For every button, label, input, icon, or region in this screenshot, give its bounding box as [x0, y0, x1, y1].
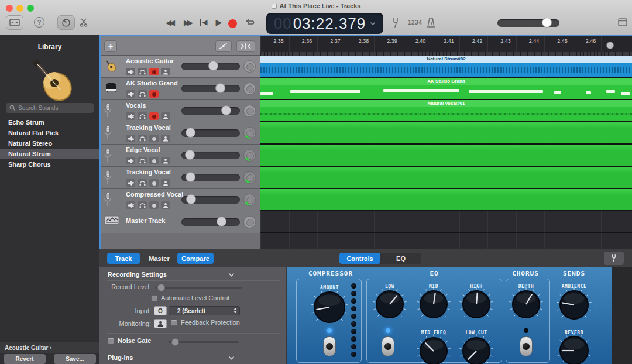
pan-knob[interactable]	[243, 83, 256, 95]
solo-button[interactable]	[138, 68, 147, 75]
search-input[interactable]	[18, 105, 83, 111]
monitor-button[interactable]	[161, 135, 170, 142]
input-stepper-icon[interactable]	[233, 308, 237, 313]
solo-button[interactable]	[138, 157, 147, 164]
fast-forward-button[interactable]: ▶▶	[178, 18, 196, 27]
mute-button[interactable]	[126, 90, 135, 98]
record-level-thumb[interactable]	[157, 284, 165, 291]
revert-button[interactable]: Revert	[4, 354, 46, 364]
mute-button[interactable]	[126, 112, 135, 120]
library-item-echo-strum[interactable]: Echo Strum	[0, 117, 99, 128]
track-header-edge-vocal[interactable]: Edge Vocal	[99, 145, 260, 167]
volume-thumb[interactable]	[186, 172, 195, 182]
track-header-master-track[interactable]: Master Track	[99, 211, 260, 233]
mute-button[interactable]	[126, 179, 135, 187]
monitor-button[interactable]	[161, 179, 170, 187]
volume-slider[interactable]	[181, 107, 240, 115]
pan-knob[interactable]	[243, 105, 256, 117]
volume-slider[interactable]	[181, 129, 240, 137]
eq-power-switch[interactable]	[382, 336, 394, 356]
input-mono-button[interactable]: O	[154, 306, 167, 315]
ambience-knob[interactable]	[556, 287, 592, 325]
metronome-button[interactable]	[426, 17, 436, 30]
depth-knob[interactable]	[509, 287, 544, 324]
pan-knob[interactable]	[243, 171, 256, 184]
compressor-power-switch[interactable]	[323, 336, 336, 356]
tab-track[interactable]: Track	[107, 253, 140, 264]
save-button[interactable]: Save...	[54, 354, 96, 364]
volume-slider[interactable]	[181, 85, 240, 92]
input-source-popup[interactable]: 2 (Scarlett	[169, 306, 240, 315]
library-toggle-button[interactable]	[6, 15, 23, 30]
track-lane-master-track[interactable]	[260, 211, 632, 233]
amount-knob[interactable]	[310, 288, 349, 329]
volume-thumb[interactable]	[217, 217, 226, 226]
mid-freq-knob[interactable]	[416, 334, 451, 364]
library-item-natural-stereo[interactable]: Natural Stereo	[0, 138, 99, 149]
library-item-sharp-chorus[interactable]: Sharp Chorus	[0, 159, 99, 170]
record-enable-button[interactable]	[149, 68, 159, 75]
volume-slider[interactable]	[181, 218, 240, 226]
track-header-tracking-vocal[interactable]: Tracking Vocal	[99, 167, 260, 189]
record-enable-button[interactable]	[149, 112, 159, 120]
solo-button[interactable]	[138, 135, 147, 142]
library-item-natural-flat-pick[interactable]: Natural Flat Pick	[0, 128, 99, 138]
play-button[interactable]: ▶	[212, 18, 226, 27]
reverb-knob[interactable]	[556, 332, 592, 364]
tab-controls[interactable]: Controls	[339, 253, 380, 264]
tab-master[interactable]: Master	[144, 253, 174, 264]
high-knob[interactable]	[459, 287, 494, 324]
monitoring-button[interactable]	[154, 319, 167, 328]
volume-thumb[interactable]	[186, 128, 195, 138]
search-sounds-field[interactable]	[6, 103, 94, 113]
region-body[interactable]	[260, 145, 632, 166]
region-body[interactable]	[260, 122, 632, 143]
plugins-collapse-icon[interactable]	[228, 356, 235, 360]
record-enable-button[interactable]	[149, 135, 159, 142]
rewind-button[interactable]: ◀◀	[160, 18, 178, 27]
mute-button[interactable]	[126, 135, 135, 142]
feedback-protection-checkbox[interactable]	[171, 320, 177, 326]
track-header-compressed-vocal[interactable]: Compressed Vocal	[99, 189, 260, 211]
quick-help-button[interactable]: ?	[34, 17, 44, 28]
cycle-button[interactable]	[245, 18, 255, 29]
record-enable-button[interactable]	[149, 90, 159, 98]
noise-gate-thumb[interactable]	[171, 338, 179, 346]
volume-thumb[interactable]	[186, 194, 196, 204]
pan-knob[interactable]	[243, 216, 256, 228]
patch-breadcrumb[interactable]: Acoustic Guitar ›	[0, 342, 99, 353]
track-lane-tracking-vocal[interactable]	[260, 167, 632, 189]
editors-button[interactable]	[80, 18, 88, 29]
low-knob[interactable]	[372, 287, 407, 324]
chorus-power-switch[interactable]	[520, 336, 533, 356]
catch-playhead-button[interactable]	[236, 40, 255, 52]
track-header-tracking-vocal[interactable]: Tracking Vocal	[99, 122, 260, 145]
region-body[interactable]	[260, 85, 632, 99]
recording-settings-collapse-icon[interactable]	[228, 273, 235, 277]
volume-slider[interactable]	[181, 63, 240, 70]
noise-gate-checkbox[interactable]	[108, 338, 114, 344]
record-button[interactable]	[228, 19, 237, 28]
mute-button[interactable]	[126, 201, 135, 209]
volume-thumb[interactable]	[215, 83, 225, 93]
track-header-vocals[interactable]: Vocals	[99, 100, 260, 122]
pan-knob[interactable]	[243, 127, 256, 139]
horizontal-zoom-knob[interactable]	[606, 42, 614, 49]
monitor-button[interactable]	[161, 68, 170, 75]
monitor-button[interactable]	[161, 112, 170, 120]
tuner-toolbar-button[interactable]	[391, 17, 400, 31]
track-lane-tracking-vocal[interactable]	[260, 122, 632, 145]
region-body[interactable]	[260, 63, 632, 77]
pan-knob[interactable]	[243, 60, 256, 73]
automatic-level-checkbox[interactable]	[151, 295, 157, 301]
add-track-button[interactable]: +	[104, 40, 117, 52]
solo-button[interactable]	[138, 201, 147, 209]
track-lane-acoustic-guitar[interactable]: Natural Strum#02	[260, 56, 632, 78]
library-item-natural-strum[interactable]: Natural Strum	[0, 149, 99, 159]
track-lane-ak-studio-grand[interactable]: AK Studio Grand	[260, 78, 632, 100]
solo-button[interactable]	[138, 112, 147, 120]
solo-button[interactable]	[138, 90, 147, 98]
low-cut-knob[interactable]	[459, 334, 494, 364]
record-enable-button[interactable]	[149, 157, 159, 164]
pan-knob[interactable]	[243, 149, 256, 162]
